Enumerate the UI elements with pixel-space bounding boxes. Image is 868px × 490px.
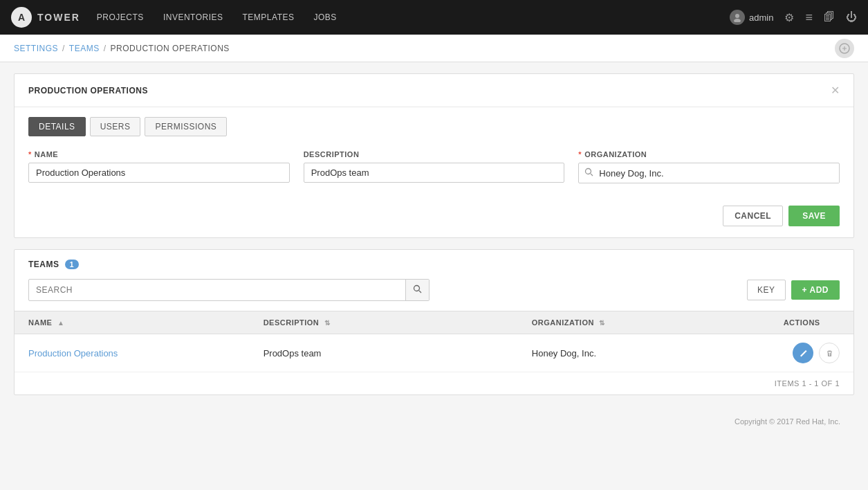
table-body: Production Operations ProdOps team Honey…	[15, 334, 853, 372]
list-icon[interactable]: ≡	[805, 10, 813, 25]
user-menu[interactable]: admin	[730, 10, 773, 25]
row-action-buttons	[784, 343, 840, 363]
tab-users[interactable]: USERS	[90, 117, 141, 136]
form-card-title: PRODUCTION OPERATIONS	[28, 86, 148, 96]
col-header-organization: ORGANIZATION ⇅	[518, 311, 770, 334]
search-button[interactable]	[405, 280, 429, 300]
nav-projects[interactable]: PROJECTS	[97, 12, 144, 22]
breadcrumb-sep-2: /	[104, 44, 107, 53]
brand-name: TOWER	[37, 12, 80, 23]
nav-right: admin ⚙ ≡ 🗐 ⏻	[730, 10, 857, 25]
name-field-group: * NAME	[28, 150, 290, 183]
desc-field-group: DESCRIPTION	[304, 150, 565, 183]
org-label: * ORGANIZATION	[578, 150, 840, 158]
form-card: PRODUCTION OPERATIONS ✕ DETAILS USERS PE…	[14, 73, 854, 238]
doc-icon[interactable]: 🗐	[824, 11, 835, 24]
nav-templates[interactable]: TEMPLATES	[243, 12, 295, 22]
power-icon[interactable]: ⏻	[846, 11, 857, 24]
breadcrumb: SETTINGS / TEAMS / PRODUCTION OPERATIONS	[14, 44, 230, 53]
delete-button[interactable]	[819, 343, 840, 363]
breadcrumb-bar: SETTINGS / TEAMS / PRODUCTION OPERATIONS	[0, 35, 868, 62]
org-sort-icon[interactable]: ⇅	[599, 319, 605, 327]
table-header-row: NAME ▲ DESCRIPTION ⇅ ORGANIZATION ⇅ ACTI…	[15, 311, 853, 334]
teams-card: TEAMS 1 KEY + ADD	[14, 249, 854, 395]
form-actions: CANCEL SAVE	[15, 206, 853, 237]
table-row: Production Operations ProdOps team Honey…	[15, 334, 853, 372]
nav-links: PROJECTS INVENTORIES TEMPLATES JOBS	[97, 12, 730, 22]
org-required-star: *	[578, 150, 582, 158]
top-navigation: A TOWER PROJECTS INVENTORIES TEMPLATES J…	[0, 0, 868, 35]
search-input-wrap	[28, 279, 430, 301]
footer: Copyright © 2017 Red Hat, Inc.	[14, 406, 854, 437]
search-bar: KEY + ADD	[15, 279, 853, 311]
name-input[interactable]	[28, 163, 290, 183]
key-button[interactable]: KEY	[747, 280, 786, 300]
tab-details[interactable]: DETAILS	[28, 117, 86, 136]
col-header-name: NAME ▲	[15, 311, 250, 334]
search-right: KEY + ADD	[747, 280, 840, 300]
teams-title: TEAMS	[28, 260, 59, 269]
edit-button[interactable]	[793, 343, 813, 363]
nav-inventories[interactable]: INVENTORIES	[163, 12, 223, 22]
breadcrumb-logo-icon	[835, 39, 854, 58]
teams-table: NAME ▲ DESCRIPTION ⇅ ORGANIZATION ⇅ ACTI…	[15, 311, 853, 372]
search-input[interactable]	[29, 280, 405, 300]
teams-count-badge: 1	[65, 260, 79, 269]
form-section: * NAME DESCRIPTION * ORGANIZATION	[15, 136, 853, 206]
username: admin	[749, 12, 773, 23]
form-row: * NAME DESCRIPTION * ORGANIZATION	[28, 150, 840, 183]
form-tabs: DETAILS USERS PERMISSIONS	[15, 107, 853, 136]
org-input[interactable]	[599, 164, 839, 183]
close-icon[interactable]: ✕	[831, 84, 840, 97]
breadcrumb-settings[interactable]: SETTINGS	[14, 44, 58, 53]
col-header-actions: ACTIONS	[770, 311, 853, 334]
org-search-icon	[579, 163, 599, 183]
col-header-description: DESCRIPTION ⇅	[250, 311, 518, 334]
add-button[interactable]: + ADD	[791, 280, 840, 300]
svg-point-3	[586, 169, 591, 174]
breadcrumb-current: PRODUCTION OPERATIONS	[111, 44, 230, 53]
logo-circle: A	[11, 7, 32, 28]
tab-permissions[interactable]: PERMISSIONS	[145, 117, 227, 136]
production-operations-link[interactable]: Production Operations	[28, 348, 118, 359]
row-actions-cell	[770, 334, 853, 372]
pagination-text: ITEMS 1 - 1 OF 1	[775, 379, 840, 388]
teams-card-header: TEAMS 1	[15, 250, 853, 279]
gear-icon[interactable]: ⚙	[784, 11, 794, 24]
form-card-header: PRODUCTION OPERATIONS ✕	[15, 74, 853, 107]
logo[interactable]: A TOWER	[11, 7, 80, 28]
row-desc-cell: ProdOps team	[250, 334, 518, 372]
breadcrumb-teams[interactable]: TEAMS	[69, 44, 100, 53]
main-content: PRODUCTION OPERATIONS ✕ DETAILS USERS PE…	[0, 62, 868, 448]
name-sort-icon[interactable]: ▲	[57, 319, 64, 327]
desc-label: DESCRIPTION	[304, 150, 565, 158]
svg-point-1	[734, 19, 741, 22]
breadcrumb-sep-1: /	[62, 44, 65, 53]
avatar	[730, 10, 745, 25]
org-field-group: * ORGANIZATION	[578, 150, 840, 183]
svg-point-5	[414, 286, 420, 291]
svg-line-6	[419, 291, 421, 293]
cancel-button[interactable]: CANCEL	[723, 206, 783, 226]
nav-jobs[interactable]: JOBS	[313, 12, 336, 22]
pagination: ITEMS 1 - 1 OF 1	[15, 372, 853, 394]
svg-line-4	[591, 174, 593, 176]
save-button[interactable]: SAVE	[788, 206, 840, 226]
name-label: * NAME	[28, 150, 290, 158]
org-input-wrapper	[578, 163, 840, 183]
footer-text: Copyright © 2017 Red Hat, Inc.	[735, 417, 840, 426]
row-name-cell: Production Operations	[15, 334, 250, 372]
name-required-star: *	[28, 150, 32, 158]
description-input[interactable]	[304, 163, 565, 183]
row-org-cell: Honey Dog, Inc.	[518, 334, 770, 372]
svg-point-0	[735, 14, 739, 18]
desc-sort-icon[interactable]: ⇅	[324, 319, 331, 327]
